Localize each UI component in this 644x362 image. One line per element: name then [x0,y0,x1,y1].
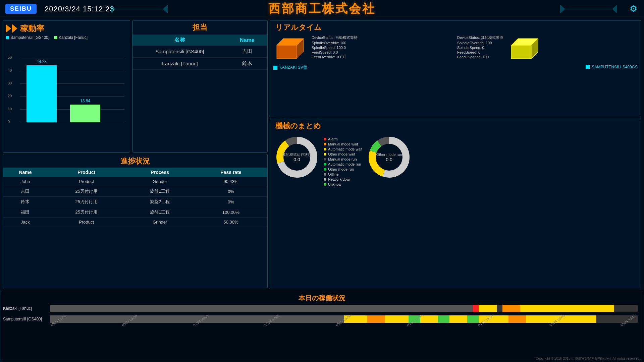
legend-dot-3 [324,153,326,156]
timeline-label-sampu: Samputensili [GS400] [3,317,42,321]
progress-row: 福田 25刃付け用 旋盤1工程 100.00% [3,207,267,218]
seg-kanzaki-red [473,305,479,312]
legend-dot-6 [324,168,326,171]
legend-item-8: Network down [324,177,362,181]
left-panel: 稼動率 Samputensili [GS400] Kanzaki [Fanuc] [3,20,268,288]
legend-label-1: Manual mode wait [328,142,358,146]
m1-spindle-speed: SpindleSpeed: 100.0 [312,46,358,50]
responsible-table: 名称 Name Samputensili [GS400]吉田Kanzaki [F… [132,35,267,70]
svg-text:0.0: 0.0 [386,157,392,162]
summary-inner: 其他模式运行状态 0.0 AlarmManual mode waitAutoma… [270,132,641,189]
machine1-color-dot [273,66,277,70]
machine2-block: DeviceStatus: 其他模式等待 SpindleOverride: 10… [457,35,638,69]
machine1-block: DeviceStatus: 自動模式等待 SpindleOverride: 10… [273,35,454,70]
realtime-panel: リアルタイム DeviceStatu [270,20,641,117]
svg-marker-0 [277,45,297,59]
seg-kanzaki-y5 [573,305,596,312]
realtime-title: リアルタイム [270,20,641,33]
donut2-svg: Other mode run 0.0 [366,134,413,181]
legend-item-0: Alarm [324,137,362,141]
prow-rate: 90.43% [195,177,267,186]
svg-marker-3 [511,45,531,59]
responsible-name: Kanzaki [Fanuc] [132,58,227,70]
machine2-color-dot [586,65,590,69]
utilization-panel: 稼動率 Samputensili [GS400] Kanzaki [Fanuc] [3,20,130,153]
seg-kanzaki-y6 [596,305,614,312]
prow-product: 25刃付け用 [48,186,125,197]
legend-label-0: Alarm [328,137,338,141]
timeline-content: Kanzaki [Fanuc] Samputensili [GS400] [3,305,641,328]
legend-dot-0 [324,138,326,140]
prow-rate: 0% [195,197,267,207]
seg-kanzaki-o1 [502,305,520,312]
timeline-row-kanzaki: Kanzaki [Fanuc] [50,305,638,312]
machine1-info: DeviceStatus: 自動模式等待 SpindleOverride: 10… [312,35,358,60]
legend-label-9: Unknow [328,182,341,186]
machine2-name: SAMPUTENSILI S400GS [592,65,638,69]
logo: SEIBU [5,4,37,14]
legend-label-green: Kanzaki [Fanuc] [59,35,88,40]
legend-dot-2 [324,148,326,150]
seg-kanzaki-gray [50,305,479,312]
prow-product: Product [48,177,125,186]
summary-legend: AlarmManual mode waitAutomatic mode wait… [324,134,362,187]
machine1-label: KANZAKI SV盤 [273,65,454,70]
seg-sampu-y8 [573,315,596,323]
machine2-label: SAMPUTENSILI S400GS [457,65,638,69]
responsible-person: 吉田 [227,46,267,58]
donut2: Other mode run 0.0 [366,134,413,187]
legend-item-5: Automatic mode run [324,162,362,166]
machine1-3d [273,35,307,62]
prow-rate: 50.00% [195,218,267,227]
prow-process: 旋盤1工程 [125,186,195,197]
legend-item-2: Automatic mode wait [324,147,362,151]
utilization-title: 稼動率 [20,23,44,34]
summary-panel: 機械のまとめ 其他模式运行状态 0.0 [270,119,641,288]
legend-item-4: Manual mode run [324,157,362,161]
progress-col-0: Name [3,168,48,177]
prow-name: 福田 [3,207,48,218]
m1-feed-override: FeedOverride: 100.0 [312,55,358,59]
progress-row: John Product Grinder 90.43% [3,177,267,186]
bar-chart: 50 40 30 20 10 0 44.23 13 [20,42,124,122]
prow-product: 25刃付け用 [48,207,125,218]
legend-dot-1 [324,143,326,145]
seg-kanzaki-y2 [520,305,538,312]
progress-col-3: Pass rate [195,168,267,177]
settings-icon[interactable]: ⚙ [630,4,637,14]
responsible-panel: 担当 名称 Name Samputensili [GS400]吉田Kanzaki… [132,20,268,153]
prow-name: Jack [3,218,48,227]
prow-process: 旋盤2工程 [125,197,195,207]
prow-process: 旋盤1工程 [125,207,195,218]
legend-label-8: Network down [328,177,352,181]
responsible-row: Samputensili [GS400]吉田 [132,46,267,58]
seg-sampu-y4 [449,315,467,323]
bar-green: 13.84 [70,105,100,122]
legend-dot-cyan [6,36,9,39]
seg-sampu-y3 [420,315,438,323]
legend-item-9: Unknow [324,182,362,186]
responsible-row: Kanzaki [Fanuc]鈴木 [132,58,267,70]
donut1: 其他模式运行状态 0.0 [273,134,320,187]
seg-sampu-g2 [438,315,449,323]
prow-process: Grinder [125,218,195,227]
legend-label-5: Automatic mode run [328,162,361,166]
legend-dot-8 [324,178,326,181]
responsible-name: Samputensili [GS400] [132,46,227,58]
svg-text:0.0: 0.0 [293,157,300,162]
m2-device-status: DeviceStatus: 其他模式等待 [457,35,503,40]
legend-label-cyan: Samputensili [GS400] [10,35,49,40]
seg-kanzaki-y1 [479,305,497,312]
progress-col-2: Process [125,168,195,177]
prow-process: Grinder [125,177,195,186]
machine1-name: KANZAKI SV盤 [279,65,307,70]
copyright: Copyright © 2016-2018 上海威宜智能科技有限公司 All r… [536,356,640,361]
progress-col-1: Product [48,168,125,177]
bar-cyan: 44.23 [26,65,57,122]
progress-table: NameProductProcessPass rate John Product… [3,168,267,227]
svg-text:Other mode run: Other mode run [376,153,402,157]
legend-label-6: Other mode run [328,167,354,171]
m1-spindle-override: SpindleOverride: 100 [312,41,358,45]
chart-legend: Samputensili [GS400] Kanzaki [Fanuc] [3,35,130,40]
m2-feed-speed: FeedSpeed: 0 [457,50,503,54]
